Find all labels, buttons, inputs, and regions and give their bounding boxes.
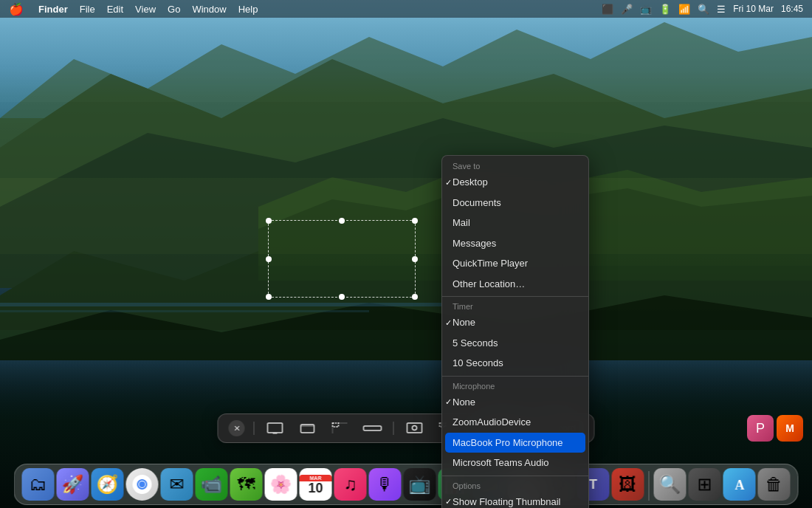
svg-rect-14 <box>300 425 314 427</box>
svg-rect-18 <box>363 426 381 430</box>
svg-rect-12 <box>272 433 277 434</box>
screenshot-selection[interactable] <box>268 220 416 298</box>
bottom-right-icons: P M <box>747 415 803 442</box>
handle-middle-right[interactable] <box>412 256 418 262</box>
record-screen-button[interactable] <box>402 420 426 436</box>
menu-item-mail[interactable]: Mail <box>442 213 588 233</box>
toolbar-sep-1 <box>253 422 254 435</box>
menu-item-quicktime[interactable]: QuickTime Player <box>442 253 588 274</box>
screen-record-icon[interactable]: ⬛ <box>602 4 613 15</box>
dock-finder[interactable]: 🗂 <box>22 468 55 501</box>
extra-icon[interactable]: M <box>777 415 803 442</box>
separator-2 <box>442 376 588 377</box>
svg-point-25 <box>140 481 145 487</box>
menubar-left: 🍎 Finder File Edit View Go Window Help <box>9 2 258 16</box>
svg-rect-10 <box>0 310 369 312</box>
dock-appstore[interactable]: A <box>723 468 756 501</box>
menu-item-macbook-mic[interactable]: MacBook Pro Microphone <box>445 433 585 453</box>
dock-preview[interactable]: 🖼 <box>612 468 644 501</box>
airplay-icon[interactable]: 📺 <box>640 4 652 15</box>
menu-item-documents[interactable]: Documents <box>442 193 588 213</box>
dock-facetime[interactable]: 📹 <box>196 468 228 501</box>
handle-top-right[interactable] <box>412 218 418 224</box>
handle-top-middle[interactable] <box>339 218 345 224</box>
dock-appgrid[interactable]: ⊞ <box>689 468 721 501</box>
dock-podcasts[interactable]: 🎙 <box>369 468 402 501</box>
menu-item-10-seconds[interactable]: 10 Seconds <box>442 353 588 374</box>
microphone-icon[interactable]: 🎤 <box>621 4 633 15</box>
search-icon[interactable]: 🔍 <box>698 4 709 15</box>
separator-3 <box>442 476 588 476</box>
check-desktop: ✓ <box>445 176 452 189</box>
svg-rect-19 <box>407 423 422 433</box>
menu-item-desktop[interactable]: ✓ Desktop <box>442 172 588 193</box>
menubar: 🍎 Finder File Edit View Go Window Help ⬛… <box>0 0 812 18</box>
menu-item-5-seconds[interactable]: 5 Seconds <box>442 333 588 354</box>
menubar-edit[interactable]: Edit <box>107 4 123 15</box>
handle-middle-left[interactable] <box>266 256 272 262</box>
close-toolbar-button[interactable]: ✕ <box>228 420 244 436</box>
separator-1 <box>442 296 588 297</box>
dock: 🗂 🚀 🧭 ✉ 📹 🗺 🌸 MAR 10 ♫ 🎙 📺 📊 📁 ✓ ⚙ T 🖼 🔍… <box>14 464 799 505</box>
check-mic-none: ✓ <box>445 396 452 408</box>
menubar-finder[interactable]: Finder <box>38 4 68 15</box>
handle-bottom-right[interactable] <box>412 294 418 300</box>
dock-music[interactable]: ♫ <box>334 468 367 501</box>
capture-touchbar-button[interactable] <box>360 420 384 436</box>
microphone-label: Microphone <box>442 379 588 392</box>
dock-calendar[interactable]: MAR 10 <box>300 468 332 501</box>
menu-item-messages[interactable]: Messages <box>442 233 588 254</box>
dock-maps[interactable]: 🗺 <box>230 468 263 501</box>
menubar-right: ⬛ 🎤 📺 🔋 📶 🔍 ☰ Fri 10 Mar 16:45 <box>602 4 803 15</box>
dock-appletv[interactable]: 📺 <box>404 468 436 501</box>
menubar-view[interactable]: View <box>135 4 156 15</box>
capture-screen-button[interactable] <box>263 420 286 436</box>
menu-item-floating-thumbnail[interactable]: ✓ Show Floating Thumbnail <box>442 492 588 509</box>
menu-item-mic-none[interactable]: ✓ None <box>442 392 588 413</box>
battery-icon: 🔋 <box>659 4 671 15</box>
svg-rect-15 <box>332 423 338 427</box>
context-menu: Save to ✓ Desktop Documents Mail Message… <box>441 155 589 508</box>
dock-mail[interactable]: ✉ <box>161 468 193 501</box>
capture-selection-button[interactable] <box>328 420 351 436</box>
svg-rect-9 <box>0 303 443 306</box>
svg-rect-11 <box>267 423 282 433</box>
options-label: Options <box>442 478 588 492</box>
wifi-icon: 📶 <box>678 4 690 15</box>
menu-item-teams-audio[interactable]: Microsoft Teams Audio <box>442 453 588 473</box>
menubar-window[interactable]: Window <box>192 4 226 15</box>
dock-photos[interactable]: 🌸 <box>265 468 297 501</box>
dock-chrome[interactable] <box>126 468 159 501</box>
timer-label: Timer <box>442 299 588 312</box>
capture-window-button[interactable] <box>295 420 319 436</box>
menubar-go[interactable]: Go <box>168 4 180 15</box>
handle-bottom-middle[interactable] <box>339 294 345 300</box>
svg-text:A: A <box>735 478 745 492</box>
handle-bottom-left[interactable] <box>266 294 272 300</box>
menubar-help[interactable]: Help <box>238 4 258 15</box>
menu-item-timer-none[interactable]: ✓ None <box>442 312 588 333</box>
menubar-file[interactable]: File <box>80 4 95 15</box>
dock-spotlight[interactable]: 🔍 <box>654 468 687 501</box>
dock-separator <box>649 471 650 501</box>
menu-item-other-location[interactable]: Other Location… <box>442 274 588 295</box>
pixelmator-icon[interactable]: P <box>747 415 774 442</box>
handle-top-left[interactable] <box>266 218 272 224</box>
menubar-date: Fri 10 Mar 16:45 <box>733 4 803 14</box>
save-to-label: Save to <box>442 159 588 172</box>
svg-point-20 <box>412 426 416 430</box>
apple-menu[interactable]: 🍎 <box>9 2 24 16</box>
dock-trash[interactable]: 🗑 <box>758 468 791 501</box>
menu-item-zoom-audio[interactable]: ZoomAudioDevice <box>442 412 588 433</box>
dock-launchpad[interactable]: 🚀 <box>57 468 89 501</box>
notifications-icon[interactable]: ☰ <box>717 4 726 15</box>
dock-safari[interactable]: 🧭 <box>92 468 124 501</box>
check-timer-none: ✓ <box>445 317 452 329</box>
check-floating: ✓ <box>445 495 452 508</box>
toolbar-sep-2 <box>393 422 393 435</box>
